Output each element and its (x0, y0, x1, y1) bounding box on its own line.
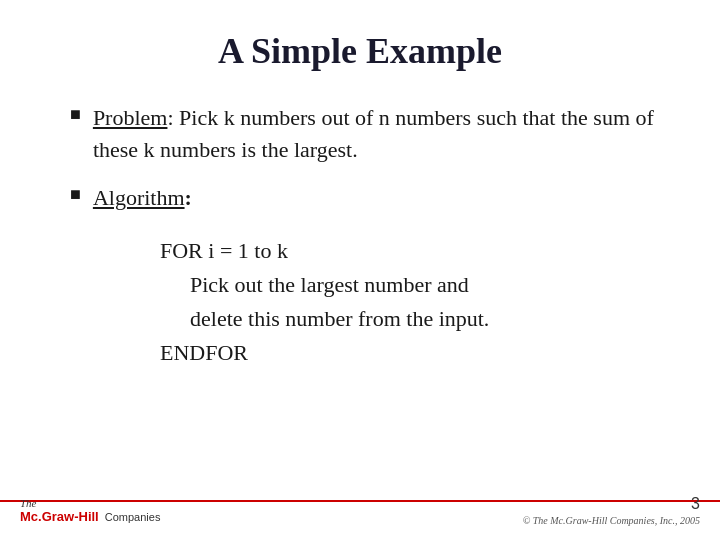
algorithm-label: Algorithm (93, 185, 185, 210)
algorithm-label-wrapper: Algorithm: (93, 182, 192, 214)
problem-colon: : Pick k numbers out of n numbers such t… (93, 105, 654, 162)
footer-right: 3 © The Mc.Graw-Hill Companies, Inc., 20… (523, 495, 700, 526)
problem-text: Problem: Pick k numbers out of n numbers… (93, 102, 670, 166)
logo-wrapper: The Mc.Graw-Hill Companies (20, 497, 160, 524)
algo-line-3: delete this number from the input. (190, 302, 670, 336)
footer-logo: Mc.Graw-Hill Companies (20, 509, 160, 524)
bullet-symbol-1: ■ (70, 104, 81, 125)
footer: The Mc.Graw-Hill Companies 3 © The Mc.Gr… (0, 495, 720, 526)
slide-title: A Simple Example (50, 30, 670, 72)
bullet-problem: ■ Problem: Pick k numbers out of n numbe… (70, 102, 670, 166)
bullet-symbol-2: ■ (70, 184, 81, 205)
logo-brand: Mc.Graw-Hill (20, 509, 99, 524)
algo-line-1: FOR i = 1 to k (160, 234, 670, 268)
content-area: ■ Problem: Pick k numbers out of n numbe… (50, 102, 670, 370)
copyright-text: © The Mc.Graw-Hill Companies, Inc., 2005 (523, 515, 700, 526)
problem-label: Problem (93, 105, 168, 130)
logo-companies: Companies (105, 511, 161, 523)
algorithm-block: FOR i = 1 to k Pick out the largest numb… (130, 234, 670, 370)
logo-the: The (20, 497, 37, 509)
bullet-algorithm: ■ Algorithm: (70, 182, 670, 214)
algo-line-2: Pick out the largest number and (190, 268, 670, 302)
page-number: 3 (691, 495, 700, 513)
slide: A Simple Example ■ Problem: Pick k numbe… (0, 0, 720, 540)
algo-line-4: ENDFOR (160, 336, 670, 370)
algorithm-colon: : (185, 185, 192, 210)
